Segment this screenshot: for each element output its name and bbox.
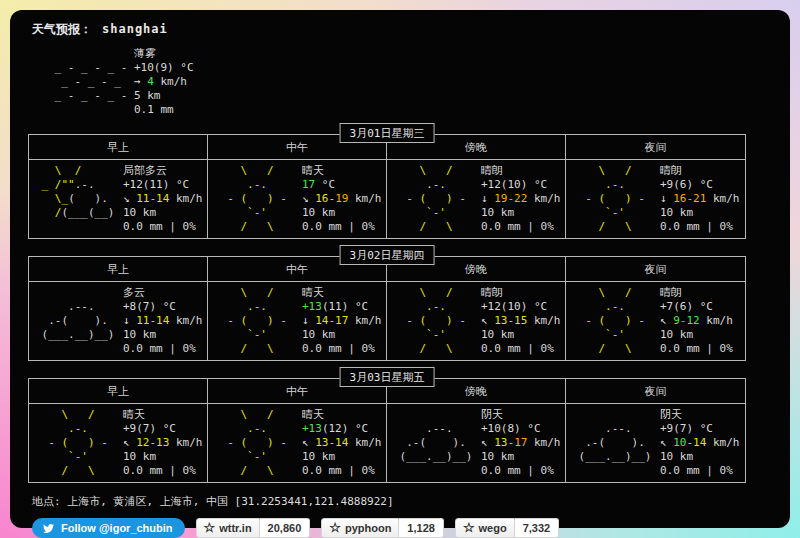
temperature-value: +9(7) °C: [660, 422, 740, 436]
repo-name: wego: [479, 522, 507, 534]
temperature-value: +13(11) °C: [302, 300, 382, 314]
wind-value: → 4 km/h: [134, 75, 194, 89]
forecast-cells-row: \ / .-. - ( ) - `-' / \晴天+9(7) °C↖ 12-13…: [29, 404, 745, 482]
precipitation-value: 0.0 mm | 0%: [660, 220, 740, 234]
temperature-value: +8(7) °C: [123, 300, 203, 314]
weather-cell-evening: \ / .-. - ( ) - `-' / \晴朗+12(10) °C↓ 19-…: [387, 160, 566, 238]
weather-details: 晴朗+12(10) °C↓ 19-22 km/h10 km0.0 mm | 0%: [481, 164, 561, 234]
condition-label: 局部多云: [123, 164, 203, 178]
condition-label: 晴天: [302, 164, 382, 178]
current-conditions: _ - _ - _ - _ - _ - _ _ - _ - _ - 薄雾+10(…: [48, 47, 746, 117]
weather-details: 晴朗+7(6) °C↖ 9-12 km/h10 km0.0 mm | 0%: [660, 286, 733, 356]
weather-ascii-art: \ / .-. - ( ) - `-' / \: [572, 286, 660, 356]
condition-label: 阴天: [660, 408, 740, 422]
weather-cell-morning: .--. .-( ). (___.__)__) 多云+8(7) °C↓ 11-1…: [29, 282, 208, 360]
weather-ascii-art: \ / .-. - ( ) - `-' / \: [393, 164, 481, 234]
temperature-value: +12(11) °C: [123, 178, 203, 192]
weather-cell-noon: \ / .-. - ( ) - `-' / \晴天+13(11) °C↓ 14-…: [208, 282, 387, 360]
precipitation-value: 0.0 mm | 0%: [481, 342, 561, 356]
precipitation-value: 0.0 mm | 0%: [660, 464, 740, 478]
visibility-value: 10 km: [123, 328, 203, 342]
weather-ascii-art: \ / .-. - ( ) - `-' / \: [35, 408, 123, 478]
weather-ascii-art: \ / .-. - ( ) - `-' / \: [393, 286, 481, 356]
weather-cell-morning: \ / .-. - ( ) - `-' / \晴天+9(7) °C↖ 12-13…: [29, 404, 208, 482]
condition-label: 晴朗: [660, 164, 740, 178]
precipitation-value: 0.1 mm: [134, 103, 194, 117]
weather-cell-noon: \ / .-. - ( ) - `-' / \晴天+13(12) °C↖ 13-…: [208, 404, 387, 482]
wind-value: ↓ 19-22 km/h: [481, 192, 561, 206]
weather-cell-night: .--. .-( ). (___.__)__) 阴天+9(7) °C↖ 10-1…: [566, 404, 745, 482]
star-count: 20,860: [260, 518, 311, 538]
period-label: 夜间: [566, 135, 745, 159]
weather-ascii-art: \ / .-. - ( ) - `-' / \: [214, 164, 302, 234]
wind-value: ↘ 11-14 km/h: [123, 192, 203, 206]
wind-value: ↖ 13-15 km/h: [481, 314, 561, 328]
twitter-follow-button[interactable]: Follow @igor_chubin: [32, 518, 185, 538]
condition-label: 晴朗: [660, 286, 733, 300]
visibility-value: 10 km: [481, 206, 561, 220]
wind-value: ↓ 11-14 km/h: [123, 314, 203, 328]
weather-details: 阴天+10(8) °C↖ 13-17 km/h10 km0.0 mm | 0%: [481, 408, 561, 478]
page-title: 天气预报：shanghai: [32, 21, 746, 38]
wind-value: ↖ 13-17 km/h: [481, 436, 561, 450]
star-count: 7,332: [515, 518, 560, 538]
weather-details: 晴天+13(12) °C↖ 13-14 km/h10 km0.0 mm | 0%: [302, 408, 382, 478]
visibility-value: 10 km: [123, 206, 203, 220]
forecast-table: 早上中午傍晚夜间 \ / .-. - ( ) - `-' / \晴天+9(7) …: [28, 378, 746, 483]
forecast-table: 早上中午傍晚夜间 \ / _ /"".-. \_( ). /(___(__) 局…: [28, 134, 746, 239]
wind-value: ↓ 16-21 km/h: [660, 192, 740, 206]
forecast-table: 早上中午傍晚夜间 .--. .-( ). (___.__)__) 多云+8(7)…: [28, 256, 746, 361]
weather-ascii-art: \ / _ /"".-. \_( ). /(___(__): [35, 164, 123, 234]
day-title-text: 3月03日星期五: [350, 371, 425, 384]
precipitation-value: 0.0 mm | 0%: [123, 220, 203, 234]
weather-cell-night: \ / .-. - ( ) - `-' / \晴朗+7(6) °C↖ 9-12 …: [566, 282, 745, 360]
page-background: 天气预报：shanghai _ - _ - _ - _ - _ - _ _ - …: [0, 0, 800, 538]
condition-label: 晴朗: [481, 164, 561, 178]
visibility-value: 10 km: [481, 450, 561, 464]
visibility-value: 10 km: [660, 328, 733, 342]
day-section-2: 3月02日星期四 早上中午傍晚夜间 .--. .-( ). (___.__)__…: [28, 256, 746, 361]
github-star-button-wego[interactable]: ☆wego 7,332: [455, 518, 559, 538]
footer-buttons: Follow @igor_chubin ☆wttr.in 20,860 ☆pyp…: [32, 518, 746, 538]
github-star-button-wttr-in[interactable]: ☆wttr.in 20,860: [196, 518, 311, 538]
weather-details: 晴朗+12(10) °C↖ 13-15 km/h10 km0.0 mm | 0%: [481, 286, 561, 356]
weather-cell-evening: .--. .-( ). (___.__)__) 阴天+10(8) °C↖ 13-…: [387, 404, 566, 482]
day-title-text: 3月02日星期四: [350, 249, 425, 262]
day-section-1: 3月01日星期三 早上中午傍晚夜间 \ / _ /"".-. \_( ). /(…: [28, 134, 746, 239]
period-label: 夜间: [566, 379, 745, 403]
condition-label: 阴天: [481, 408, 561, 422]
location-line: 地点: 上海市, 黄浦区, 上海市, 中国 [31.2253441,121.48…: [32, 494, 746, 509]
temperature-value: +12(10) °C: [481, 300, 561, 314]
weather-details: 局部多云+12(11) °C↘ 11-14 km/h10 km0.0 mm | …: [123, 164, 203, 234]
temperature-value: 17 °C: [302, 178, 382, 192]
day-title: 3月01日星期三: [340, 123, 435, 143]
precipitation-value: 0.0 mm | 0%: [123, 464, 203, 478]
weather-cell-night: \ / .-. - ( ) - `-' / \晴朗+9(6) °C↓ 16-21…: [566, 160, 745, 238]
wind-value: ↖ 10-14 km/h: [660, 436, 740, 450]
precipitation-value: 0.0 mm | 0%: [302, 220, 382, 234]
wind-value: ↓ 14-17 km/h: [302, 314, 382, 328]
precipitation-value: 0.0 mm | 0%: [302, 342, 382, 356]
period-label: 夜间: [566, 257, 745, 281]
wind-value: ↖ 9-12 km/h: [660, 314, 733, 328]
day-section-3: 3月03日星期五 早上中午傍晚夜间 \ / .-. - ( ) - `-' / …: [28, 378, 746, 483]
github-star-button-pyphoon[interactable]: ☆pyphoon 1,128: [321, 518, 444, 538]
temperature-value: +10(9) °C: [134, 61, 194, 75]
temperature-value: +9(6) °C: [660, 178, 740, 192]
weather-details: 晴天+9(7) °C↖ 12-13 km/h10 km0.0 mm | 0%: [123, 408, 203, 478]
temperature-value: +13(12) °C: [302, 422, 382, 436]
day-title-text: 3月01日星期三: [350, 127, 425, 140]
weather-details: 阴天+9(7) °C↖ 10-14 km/h10 km0.0 mm | 0%: [660, 408, 740, 478]
twitter-follow-label: Follow @igor_chubin: [61, 522, 173, 534]
temperature-value: +12(10) °C: [481, 178, 561, 192]
temperature-value: +7(6) °C: [660, 300, 733, 314]
visibility-value: 10 km: [302, 206, 382, 220]
weather-ascii-art: \ / .-. - ( ) - `-' / \: [214, 286, 302, 356]
wind-value: ↖ 12-13 km/h: [123, 436, 203, 450]
condition-label: 晴天: [302, 408, 382, 422]
repo-name: wttr.in: [219, 522, 251, 534]
visibility-value: 10 km: [660, 450, 740, 464]
day-title: 3月02日星期四: [340, 245, 435, 265]
visibility-value: 10 km: [660, 206, 740, 220]
weather-ascii-art: \ / .-. - ( ) - `-' / \: [572, 164, 660, 234]
